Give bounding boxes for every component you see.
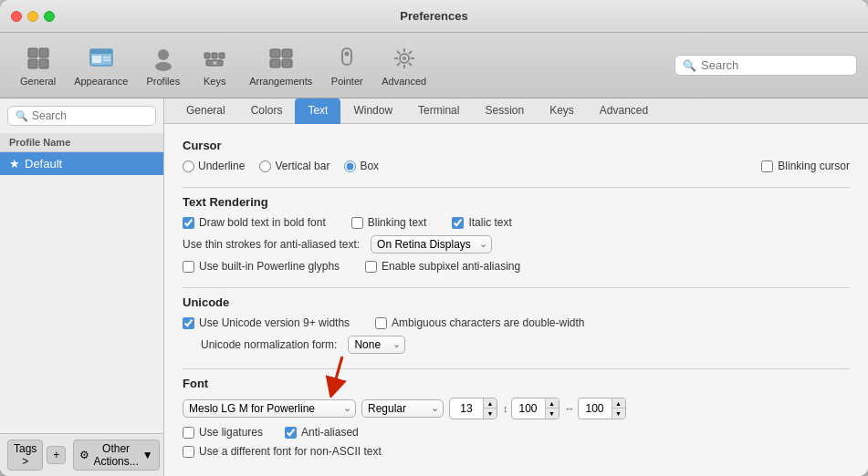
tab-window[interactable]: Window [340, 98, 405, 124]
font-name-select-wrapper[interactable]: Meslo LG M for Powerline [183, 399, 356, 418]
tab-general[interactable]: General [173, 98, 238, 124]
font-style-select[interactable]: Regular Bold Italic Bold Italic [361, 399, 444, 418]
horizontal-spacing-icon: ↔ [565, 403, 575, 414]
toolbar-pointer[interactable]: Pointer [321, 40, 372, 90]
cursor-vertical-bar-option[interactable]: Vertical bar [259, 160, 329, 172]
use-ligatures-option[interactable]: Use ligatures [183, 426, 263, 439]
v-spacing-input[interactable] [512, 400, 545, 417]
sidebar-search-input[interactable] [32, 109, 148, 122]
font-size-down[interactable]: ▼ [484, 409, 497, 419]
subpixel-option[interactable]: Enable subpixel anti-aliasing [365, 260, 520, 273]
thin-strokes-select[interactable]: Always On Retina Displays Never Auto [371, 235, 492, 254]
toolbar-keys-label: Keys [204, 76, 225, 87]
tab-terminal[interactable]: Terminal [405, 98, 472, 124]
tab-text[interactable]: Text [295, 98, 340, 124]
maximize-button[interactable] [44, 11, 55, 22]
toolbar-general[interactable]: General [11, 40, 65, 90]
svg-text:⌘: ⌘ [213, 60, 217, 66]
non-ascii-label: Use a different font for non-ASCII text [199, 445, 382, 458]
font-size-input[interactable] [450, 400, 483, 417]
unicode-section: Unicode Use Unicode version 9+ widths Am… [183, 295, 850, 354]
ambiguous-checkbox[interactable] [375, 317, 387, 329]
tab-colors[interactable]: Colors [238, 98, 296, 124]
toolbar-appearance[interactable]: Appearance [65, 40, 137, 90]
blinking-cursor-checkbox[interactable] [761, 160, 773, 172]
general-icon [24, 44, 53, 73]
ambiguous-label: Ambiguous characters are double-width [392, 316, 584, 329]
toolbar-advanced[interactable]: Advanced [372, 40, 435, 90]
cursor-box-option[interactable]: Box [344, 160, 379, 172]
toolbar-search-input[interactable] [701, 58, 849, 72]
tab-session[interactable]: Session [472, 98, 537, 124]
anti-aliased-checkbox[interactable] [285, 427, 297, 439]
profile-list: Profile Name ★ Default [0, 133, 163, 433]
font-row1: Meslo LG M for Powerline Regular Bold It… [183, 398, 850, 419]
sidebar-search-icon: 🔍 [16, 110, 28, 122]
italic-text-option[interactable]: Italic text [452, 216, 511, 229]
toolbar-arrangements-label: Arrangements [249, 76, 312, 87]
blinking-text-checkbox[interactable] [351, 217, 363, 229]
blinking-cursor-option[interactable]: Blinking cursor [761, 160, 850, 172]
close-button[interactable] [11, 11, 22, 22]
svg-rect-11 [204, 53, 210, 58]
subpixel-label: Enable subpixel anti-aliasing [382, 260, 520, 273]
minimize-button[interactable] [27, 11, 38, 22]
cursor-underline-radio[interactable] [183, 160, 194, 172]
profile-item-default[interactable]: ★ Default [0, 152, 163, 175]
font-row2: Use ligatures Anti-aliased [183, 426, 850, 439]
tab-keys[interactable]: Keys [537, 98, 587, 124]
text-rendering-row1: Draw bold text in bold font Blinking tex… [183, 216, 850, 229]
use-ligatures-checkbox[interactable] [183, 427, 194, 439]
toolbar-search-box[interactable]: 🔍 [675, 55, 857, 76]
sidebar-search-box[interactable]: 🔍 [7, 106, 156, 126]
svg-rect-0 [28, 48, 37, 57]
blinking-cursor-label: Blinking cursor [778, 160, 850, 172]
toolbar-keys[interactable]: ⌘ Keys [189, 40, 240, 90]
subpixel-checkbox[interactable] [365, 261, 377, 273]
toolbar-arrangements[interactable]: Arrangements [240, 40, 321, 90]
h-spacing-up[interactable]: ▲ [612, 398, 625, 409]
unicode-version-option[interactable]: Use Unicode version 9+ widths [183, 316, 350, 329]
svg-line-30 [409, 51, 412, 54]
thin-strokes-label: Use thin strokes for anti-aliased text: [183, 238, 360, 251]
tab-advanced[interactable]: Advanced [587, 98, 661, 124]
cursor-underline-label: Underline [198, 160, 245, 172]
cursor-box-radio[interactable] [344, 160, 356, 172]
font-size-up[interactable]: ▲ [484, 398, 497, 409]
non-ascii-checkbox[interactable] [183, 446, 194, 458]
toolbar-profiles[interactable]: Profiles [137, 40, 189, 90]
normalization-select-wrapper[interactable]: None NFC NFD NFKC NFKD [348, 336, 405, 354]
powerline-checkbox[interactable] [183, 261, 194, 273]
unicode-version-checkbox[interactable] [183, 317, 194, 329]
powerline-option[interactable]: Use built-in Powerline glyphs [183, 260, 340, 273]
powerline-label: Use built-in Powerline glyphs [199, 260, 340, 273]
non-ascii-option[interactable]: Use a different font for non-ASCII text [183, 445, 382, 458]
divider-2 [183, 287, 850, 288]
other-actions-button[interactable]: ⚙ Other Actions... ▼ [73, 440, 159, 471]
italic-text-checkbox[interactable] [452, 217, 464, 229]
anti-aliased-option[interactable]: Anti-aliased [285, 426, 359, 439]
font-name-select[interactable]: Meslo LG M for Powerline [183, 399, 356, 418]
draw-bold-checkbox[interactable] [183, 217, 194, 229]
v-spacing-down[interactable]: ▼ [546, 409, 559, 419]
ambiguous-option[interactable]: Ambiguous characters are double-width [375, 316, 584, 329]
h-spacing-down[interactable]: ▼ [612, 409, 625, 419]
font-size-input-wrapper[interactable]: ▲ ▼ [449, 398, 497, 419]
v-spacing-up[interactable]: ▲ [546, 398, 559, 409]
cursor-underline-option[interactable]: Underline [183, 160, 245, 172]
v-spacing-input-wrapper[interactable]: ▲ ▼ [511, 398, 559, 419]
draw-bold-option[interactable]: Draw bold text in bold font [183, 216, 326, 229]
tags-button[interactable]: Tags > [7, 440, 43, 471]
red-arrow-annotation [319, 352, 365, 398]
add-profile-button[interactable]: + [47, 446, 66, 464]
cursor-radio-group: Underline Vertical bar Box [183, 160, 379, 172]
blinking-text-option[interactable]: Blinking text [351, 216, 427, 229]
thin-strokes-select-wrapper[interactable]: Always On Retina Displays Never Auto [371, 235, 492, 254]
h-spacing-input-wrapper[interactable]: ▲ ▼ [578, 398, 626, 419]
h-spacing-input[interactable] [579, 400, 612, 417]
appearance-icon [87, 44, 116, 73]
advanced-icon [390, 44, 419, 73]
cursor-vertical-bar-radio[interactable] [259, 160, 271, 172]
font-style-select-wrapper[interactable]: Regular Bold Italic Bold Italic [361, 399, 444, 418]
normalization-select[interactable]: None NFC NFD NFKC NFKD [348, 336, 405, 354]
